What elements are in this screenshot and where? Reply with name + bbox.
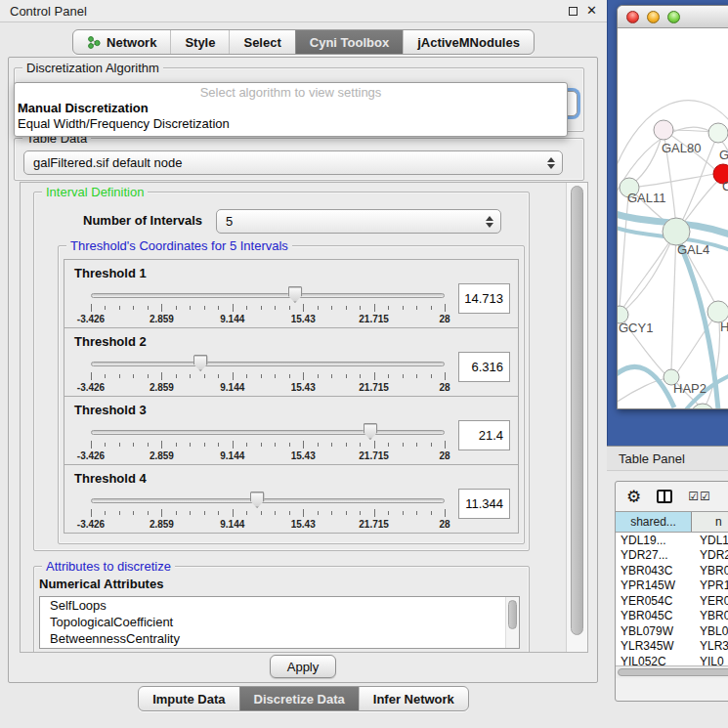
slider-thumb[interactable]: [287, 286, 302, 303]
tab-infer-network[interactable]: Infer Network: [359, 687, 468, 710]
threshold-1-slider[interactable]: -3.4262.8599.14415.4321.71528: [91, 284, 445, 327]
attribute-list-item[interactable]: SelfLoops: [40, 597, 505, 614]
threshold-4-slider[interactable]: -3.4262.8599.14415.4321.71528: [91, 490, 445, 533]
list-scrollbar[interactable]: [505, 597, 519, 648]
combobox-stepper-icon: [486, 216, 493, 228]
table-data-selected-value: galFiltered.sif default node: [33, 155, 182, 170]
zoom-traffic-light-icon[interactable]: [667, 11, 680, 23]
network-view-window[interactable]: GAL80 GA C GAL11 GAL4 GCY1 H HAP2: [617, 5, 728, 409]
tab-select[interactable]: Select: [229, 30, 294, 54]
table-cell: YPR145W: [616, 578, 692, 592]
float-window-icon[interactable]: [569, 7, 578, 16]
node-gal80[interactable]: [654, 120, 673, 140]
threshold-2-value-field[interactable]: 6.316: [458, 352, 510, 382]
close-icon[interactable]: ✕: [586, 6, 597, 16]
table-cell: YBR0: [692, 609, 728, 622]
dropdown-option-manual-discretization[interactable]: Manual Discretization: [15, 101, 567, 116]
table-cell: YIL052C: [616, 655, 692, 665]
node-gal4[interactable]: [663, 218, 690, 245]
split-columns-icon[interactable]: [657, 490, 672, 503]
table-row[interactable]: YDL19...YDL1: [616, 533, 728, 548]
threshold-2-label: Threshold 2: [74, 334, 147, 349]
column-header-shared-name[interactable]: shared...: [616, 512, 692, 532]
threshold-2-slider[interactable]: -3.4262.8599.14415.4321.71528: [91, 353, 445, 396]
top-tab-bar: Network Style Select Cyni Toolbox jActiv…: [0, 29, 607, 55]
cytoscape-desktop: GAL80 GA C GAL11 GAL4 GCY1 H HAP2: [607, 0, 728, 446]
table-toolbar: ⚙ ☑☑: [616, 482, 728, 511]
threshold-1-panel: Threshold 1 -3.4262.8599.14415.4321.7152…: [64, 259, 519, 328]
tab-style[interactable]: Style: [170, 30, 229, 54]
table-panel-titlebar: Table Panel: [607, 446, 728, 471]
scrollbar-thumb[interactable]: [571, 186, 583, 635]
scrollbar-thumb[interactable]: [618, 668, 728, 676]
close-traffic-light-icon[interactable]: [626, 11, 639, 23]
tab-jactivemnodules[interactable]: jActiveMNodules: [403, 30, 534, 54]
slider-thumb[interactable]: [193, 355, 208, 371]
table-row[interactable]: YDR27...YDR2: [616, 548, 728, 564]
threshold-1-value-field[interactable]: 14.713: [458, 283, 510, 314]
number-of-intervals-value: 5: [226, 214, 233, 229]
node-partial-bottom[interactable]: [691, 404, 714, 409]
table-row[interactable]: YPR145WYPR1: [616, 578, 728, 594]
table-horizontal-scrollbar[interactable]: [616, 665, 728, 678]
slider-track[interactable]: [91, 362, 445, 366]
table-row[interactable]: YER054CYER0: [616, 593, 728, 609]
tab-network[interactable]: Network: [73, 30, 170, 54]
scrollbar-thumb[interactable]: [508, 600, 517, 629]
table-row[interactable]: YLR345WYLR3: [616, 639, 728, 655]
select-columns-checkboxes-icon[interactable]: ☑☑: [688, 490, 711, 503]
slider-track[interactable]: [91, 498, 445, 503]
threshold-3-label: Threshold 3: [74, 403, 147, 417]
table-row[interactable]: YIL052CYIL0: [616, 654, 728, 665]
network-canvas[interactable]: GAL80 GA C GAL11 GAL4 GCY1 H HAP2: [618, 28, 728, 409]
attribute-list-item[interactable]: BetweennessCentrality: [40, 630, 505, 647]
panel-scrollbar[interactable]: [566, 183, 587, 652]
interval-definition-group: Interval Definition Number of Intervals …: [33, 192, 530, 551]
gear-icon[interactable]: ⚙: [626, 489, 641, 505]
table-cell: YDL19...: [616, 534, 692, 547]
slider-thumb[interactable]: [250, 492, 265, 508]
apply-button[interactable]: Apply: [270, 655, 336, 678]
numerical-attributes-list[interactable]: SelfLoopsTopologicalCoefficientBetweenne…: [39, 596, 520, 649]
column-header-name[interactable]: n: [692, 512, 728, 532]
table-cell: YLR345W: [616, 639, 692, 653]
slider-track[interactable]: [91, 430, 445, 435]
node-label-hap2: HAP2: [673, 381, 707, 396]
number-of-intervals-combobox[interactable]: 5: [216, 209, 501, 234]
threshold-4-value-field[interactable]: 11.344: [458, 489, 510, 519]
threshold-3-panel: Threshold 3 -3.4262.8599.14415.4321.7152…: [64, 396, 519, 465]
slider-track[interactable]: [91, 293, 445, 298]
node-label-gal11: GAL11: [627, 191, 666, 205]
tab-discretize-data[interactable]: Discretize Data: [239, 687, 359, 710]
table-row[interactable]: YBR043CYBR0: [616, 563, 728, 578]
slider-ticks: [91, 372, 445, 380]
slider-ticks: [91, 304, 445, 312]
threshold-3-slider[interactable]: -3.4262.8599.14415.4321.71528: [91, 421, 445, 464]
table-data-combobox[interactable]: galFiltered.sif default node: [23, 150, 563, 175]
minimize-traffic-light-icon[interactable]: [647, 11, 660, 23]
slider-thumb[interactable]: [363, 423, 377, 440]
attributes-group: Attributes to discretize Numerical Attri…: [33, 566, 530, 653]
table-cell: YER0: [692, 594, 728, 608]
table-data-group: Table Data galFiltered.sif default node: [14, 138, 584, 181]
dropdown-placeholder: Select algorithm to view settings: [15, 85, 567, 101]
network-window-titlebar[interactable]: [618, 6, 728, 28]
slider-tick-labels: -3.4262.8599.14415.4321.71528: [91, 450, 445, 462]
table-row[interactable]: YBR045CYBR0: [616, 609, 728, 624]
node-label-partial-low-right: H: [720, 320, 728, 334]
tab-cyni-toolbox[interactable]: Cyni Toolbox: [295, 30, 403, 54]
table-cell: YDR2: [692, 548, 728, 562]
table-panel-window: ⚙ ☑☑ shared... n YDL19...YDL1YDR27...YDR…: [615, 481, 728, 702]
table-header: shared... n: [616, 511, 728, 533]
node-partial-top-right[interactable]: [708, 123, 728, 143]
threshold-3-value-field[interactable]: 21.4: [458, 420, 510, 450]
attribute-list-item[interactable]: TopologicalCoefficient: [40, 614, 505, 630]
thresholds-group-title: Threshold's Coordinates for 5 Intervals: [66, 238, 292, 253]
dropdown-option-equal-width-frequency[interactable]: Equal Width/Frequency Discretization: [15, 116, 567, 132]
table-row[interactable]: YBL079WYBL0: [616, 623, 728, 639]
panel-title: Control Panel: [10, 4, 87, 19]
tab-impute-data[interactable]: Impute Data: [139, 687, 238, 710]
table-cell: YDL1: [692, 534, 728, 547]
threshold-4-panel: Threshold 4 -3.4262.8599.14415.4321.7152…: [64, 464, 519, 534]
numerical-attributes-label: Numerical Attributes: [39, 577, 163, 591]
